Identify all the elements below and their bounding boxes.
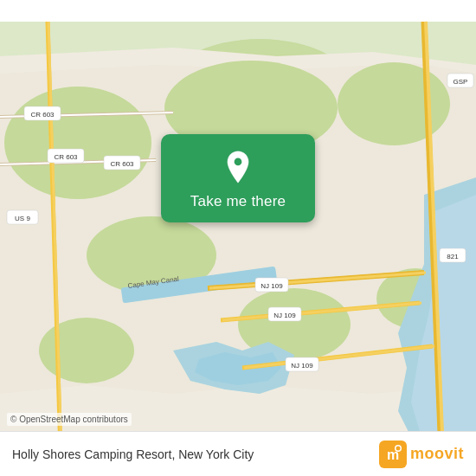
map-svg: CR 603 CR 603 CR 603 US 9 NJ 109 NJ 109 … (0, 0, 476, 476)
svg-point-60 (235, 158, 242, 166)
svg-text:GSP: GSP (453, 78, 468, 86)
map-container: CR 603 CR 603 CR 603 US 9 NJ 109 NJ 109 … (0, 0, 476, 476)
svg-text:CR 603: CR 603 (30, 111, 55, 119)
svg-point-64 (396, 446, 400, 450)
bottom-bar: Holly Shores Camping Resort, New York Ci… (0, 431, 476, 476)
location-label: Holly Shores Camping Resort, New York Ci… (12, 447, 254, 461)
take-me-there-button[interactable]: Take me there (190, 193, 286, 210)
svg-text:NJ 109: NJ 109 (273, 312, 296, 319)
take-me-there-container: Take me there (161, 134, 315, 222)
svg-point-11 (4, 87, 151, 199)
map-attribution: © OpenStreetMap contributors (7, 413, 132, 426)
svg-text:NJ 109: NJ 109 (291, 362, 313, 370)
svg-text:821: 821 (447, 253, 459, 261)
svg-text:CR 603: CR 603 (110, 160, 134, 168)
moovit-brand-icon: m (379, 441, 407, 468)
svg-point-15 (39, 318, 134, 383)
location-pin-icon (221, 150, 255, 184)
svg-text:US 9: US 9 (15, 215, 30, 222)
svg-text:CR 603: CR 603 (54, 153, 78, 161)
moovit-brand-text: moovit (410, 445, 464, 463)
svg-point-13 (338, 62, 450, 145)
moovit-logo: m moovit (379, 441, 464, 468)
svg-text:NJ 109: NJ 109 (261, 282, 283, 290)
green-card: Take me there (161, 134, 315, 222)
